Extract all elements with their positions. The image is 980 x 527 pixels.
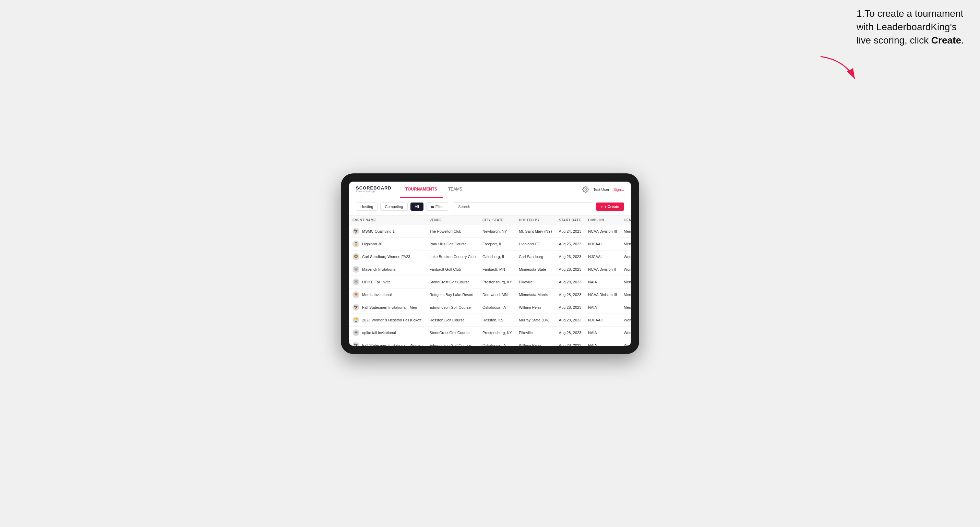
gender-cell: Men <box>620 276 631 288</box>
division-cell: NAIA <box>585 326 620 339</box>
svg-point-1 <box>585 189 587 190</box>
team-icon: 🏅 <box>353 241 360 248</box>
team-icon: 🦅 <box>353 228 360 235</box>
date-cell: Aug 26, 2023 <box>555 250 585 263</box>
event-name-cell: 🦅 Fall Statesmen Invitational - Women <box>349 339 426 346</box>
gender-cell: Men <box>620 238 631 250</box>
venue-cell: StoneCrest Golf Course <box>426 326 479 339</box>
date-cell: Aug 28, 2023 <box>555 314 585 326</box>
event-name-cell: 🦁 Carl Sandburg Women FA23 <box>349 250 426 263</box>
division-cell: NCAA Division II <box>585 263 620 276</box>
division-cell: NJCAA I <box>585 250 620 263</box>
all-filter-btn[interactable]: All <box>410 203 423 211</box>
division-cell: NAIA <box>585 339 620 346</box>
date-cell: Aug 28, 2023 <box>555 276 585 288</box>
col-gender: GENDER <box>620 216 631 225</box>
venue-cell: The Powelton Club <box>426 225 479 238</box>
gender-cell: Men <box>620 288 631 301</box>
event-name: Highland 36 <box>362 242 382 246</box>
event-name: Fall Statesmen Invitational - Women <box>362 343 422 346</box>
event-name-cell: 🐺 upike fall invitational <box>349 326 426 339</box>
venue-cell: Faribault Golf Club <box>426 263 479 276</box>
event-name-cell: 🏅 Highland 36 <box>349 238 426 250</box>
competing-filter-btn[interactable]: Competing <box>380 203 407 211</box>
venue-cell: Ruttger's Bay Lake Resort <box>426 288 479 301</box>
event-name: MSMC Qualifying 1 <box>362 229 395 233</box>
date-cell: Aug 28, 2023 <box>555 288 585 301</box>
table-row: 🐺 Maverick Invitational Faribault Golf C… <box>349 263 631 276</box>
event-name: Fall Statesmen Invitational - Men <box>362 305 417 310</box>
table-row: 🦅 MSMC Qualifying 1 The Powelton Club Ne… <box>349 225 631 238</box>
event-name: Carl Sandburg Women FA23 <box>362 255 410 259</box>
venue-cell: Hesston Golf Course <box>426 314 479 326</box>
table-row: 🦁 Carl Sandburg Women FA23 Lake Bracken … <box>349 250 631 263</box>
col-city: CITY, STATE <box>479 216 515 225</box>
division-cell: NCAA Division III <box>585 288 620 301</box>
city-cell: Oskaloosa, IA <box>479 301 515 314</box>
gender-cell: Women <box>620 339 631 346</box>
city-cell: Faribault, MN <box>479 263 515 276</box>
tablet-screen: SCOREBOARD Powered by Clipp TOURNAMENTS … <box>349 182 631 346</box>
event-name-cell: 🐺 UPIKE Fall Invite <box>349 276 426 288</box>
search-input[interactable] <box>453 202 593 211</box>
team-icon: 🦊 <box>353 291 360 298</box>
hosted-by-cell: Mt. Saint Mary (NY) <box>515 225 555 238</box>
hosted-by-cell: Murray State (OK) <box>515 314 555 326</box>
division-cell: NJCAA II <box>585 314 620 326</box>
create-button[interactable]: + + Create <box>596 203 624 211</box>
logo-subtitle: Powered by Clipp <box>356 190 391 193</box>
events-table: EVENT NAME VENUE CITY, STATE HOSTED BY S… <box>349 216 631 346</box>
team-icon: 🦅 <box>353 304 360 311</box>
event-name: 2023 Women's Hesston Fall Kickoff <box>362 318 422 322</box>
event-name-cell: 🦊 Morris Invitational <box>349 288 426 301</box>
filter-icon: ☰ <box>431 204 434 209</box>
city-cell: Galesburg, IL <box>479 250 515 263</box>
settings-icon[interactable] <box>582 186 589 193</box>
venue-cell: Park Hills Golf Course <box>426 238 479 250</box>
gender-cell: Men <box>620 225 631 238</box>
top-nav: SCOREBOARD Powered by Clipp TOURNAMENTS … <box>349 182 631 198</box>
col-division: DIVISION <box>585 216 620 225</box>
hosted-by-cell: Minnesota-Morris <box>515 288 555 301</box>
hosted-by-cell: Highland CC <box>515 238 555 250</box>
table-row: 🐺 UPIKE Fall Invite StoneCrest Golf Cour… <box>349 276 631 288</box>
nav-signin-link[interactable]: Sign... <box>613 187 624 192</box>
hosting-filter-btn[interactable]: Hosting <box>356 203 377 211</box>
venue-cell: Edmundson Golf Course <box>426 339 479 346</box>
table-header-row: EVENT NAME VENUE CITY, STATE HOSTED BY S… <box>349 216 631 225</box>
hosted-by-cell: Pikeville <box>515 276 555 288</box>
date-cell: Aug 24, 2023 <box>555 225 585 238</box>
col-event-name: EVENT NAME <box>349 216 426 225</box>
logo-area: SCOREBOARD Powered by Clipp <box>356 186 391 193</box>
division-cell: NAIA <box>585 301 620 314</box>
division-cell: NCAA Division III <box>585 225 620 238</box>
app-logo: SCOREBOARD <box>356 186 391 190</box>
event-name: UPIKE Fall Invite <box>362 280 391 284</box>
table-row: 🏅 Highland 36 Park Hills Golf Course Fre… <box>349 238 631 250</box>
date-cell: Aug 25, 2023 <box>555 238 585 250</box>
nav-tabs: TOURNAMENTS TEAMS <box>400 182 582 198</box>
event-name-cell: 🦅 MSMC Qualifying 1 <box>349 225 426 238</box>
city-cell: Newburgh, NY <box>479 225 515 238</box>
plus-icon: + <box>601 205 603 209</box>
date-cell: Aug 28, 2023 <box>555 326 585 339</box>
tab-teams[interactable]: TEAMS <box>443 182 468 198</box>
venue-cell: StoneCrest Golf Course <box>426 276 479 288</box>
col-start-date: START DATE <box>555 216 585 225</box>
table-row: 🦅 Fall Statesmen Invitational - Men Edmu… <box>349 301 631 314</box>
hosted-by-cell: Carl Sandburg <box>515 250 555 263</box>
nav-right: Test User Sign... <box>582 186 624 193</box>
city-cell: Prestonsburg, KY <box>479 326 515 339</box>
tablet-shell: SCOREBOARD Powered by Clipp TOURNAMENTS … <box>341 173 639 354</box>
table-container: EVENT NAME VENUE CITY, STATE HOSTED BY S… <box>349 216 631 346</box>
tab-tournaments[interactable]: TOURNAMENTS <box>400 182 443 198</box>
col-venue: VENUE <box>426 216 479 225</box>
venue-cell: Edmundson Golf Course <box>426 301 479 314</box>
table-row: 🏆 2023 Women's Hesston Fall Kickoff Hess… <box>349 314 631 326</box>
gender-cell: Women <box>620 263 631 276</box>
city-cell: Deerwood, MN <box>479 288 515 301</box>
filter-icon-btn[interactable]: ☰ Filter <box>426 202 448 211</box>
col-hosted-by: HOSTED BY <box>515 216 555 225</box>
division-cell: NAIA <box>585 276 620 288</box>
city-cell: Oskaloosa, IA <box>479 339 515 346</box>
